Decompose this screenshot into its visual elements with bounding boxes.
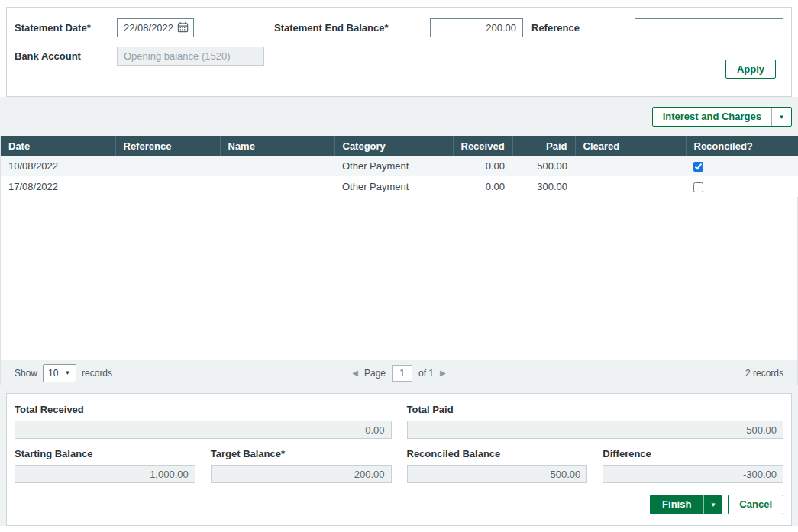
cell-cleared xyxy=(575,176,686,197)
starting-balance-field: Starting Balance xyxy=(15,448,195,483)
statement-end-balance-label: Statement End Balance* xyxy=(274,18,430,37)
cell-category: Other Payment xyxy=(334,176,453,197)
table-row[interactable]: 17/08/2022 Other Payment 0.00 300.00 xyxy=(1,176,798,197)
cell-reconciled xyxy=(686,176,798,197)
col-header-reference[interactable]: Reference xyxy=(115,136,220,156)
starting-balance-label: Starting Balance xyxy=(15,448,195,460)
reference-label: Reference xyxy=(531,18,635,37)
total-paid-field: Total Paid xyxy=(407,404,784,439)
page-of-label: of 1 xyxy=(418,368,434,379)
records-count: 2 records xyxy=(446,368,783,379)
bank-account-label: Bank Account xyxy=(15,47,117,66)
statement-end-balance-input[interactable] xyxy=(430,18,523,37)
pagination: ◀ Page of 1 ▶ xyxy=(352,365,445,382)
table-row[interactable]: 10/08/2022 Other Payment 0.00 500.00 xyxy=(1,156,798,176)
table-header-row: Date Reference Name Category Received Pa… xyxy=(1,136,798,156)
cell-paid: 300.00 xyxy=(512,176,575,197)
statement-form-panel: Statement Date* 22/08/2022 Statement End… xyxy=(6,7,792,97)
total-paid-label: Total Paid xyxy=(407,404,784,416)
statement-date-field[interactable]: 22/08/2022 xyxy=(117,18,194,37)
totals-panel: Total Received Total Paid Starting Balan… xyxy=(6,393,792,526)
col-header-reconciled[interactable]: Reconciled? xyxy=(686,136,798,156)
total-received-field: Total Received xyxy=(15,404,392,439)
col-header-cleared[interactable]: Cleared xyxy=(575,136,686,156)
col-header-name[interactable]: Name xyxy=(220,136,334,156)
finish-button[interactable]: Finish ▼ xyxy=(650,495,722,514)
page-size-control: Show 10 ▼ records xyxy=(15,364,352,382)
statement-date-label: Statement Date* xyxy=(15,18,117,37)
page-label: Page xyxy=(364,368,386,379)
interest-and-charges-label[interactable]: Interest and Charges xyxy=(653,108,771,126)
target-balance-field: Target Balance* xyxy=(211,448,392,483)
cell-reference xyxy=(115,156,220,176)
difference-label: Difference xyxy=(603,448,783,460)
statement-form-row-1: Statement Date* 22/08/2022 Statement End… xyxy=(15,18,783,37)
page-size-select[interactable]: 10 ▼ xyxy=(43,364,76,382)
target-balance-label: Target Balance* xyxy=(211,448,392,460)
show-label: Show xyxy=(15,368,37,379)
cell-reference xyxy=(115,176,220,197)
interest-and-charges-button[interactable]: Interest and Charges ▼ xyxy=(652,107,792,127)
reconciled-balance-input xyxy=(407,465,588,483)
col-header-paid[interactable]: Paid xyxy=(512,136,575,156)
page-number-input[interactable] xyxy=(392,365,412,382)
target-balance-input xyxy=(211,465,392,483)
cell-name xyxy=(220,156,334,176)
cell-cleared xyxy=(575,156,686,176)
apply-button[interactable]: Apply xyxy=(725,60,776,79)
chevron-down-icon[interactable]: ▼ xyxy=(703,495,722,514)
actions-row: Finish ▼ Cancel xyxy=(15,495,783,514)
records-label: records xyxy=(82,368,112,379)
chevron-down-icon: ▼ xyxy=(64,369,70,376)
next-page-icon[interactable]: ▶ xyxy=(440,369,446,377)
table-toolbar: Interest and Charges ▼ xyxy=(0,97,798,136)
col-header-received[interactable]: Received xyxy=(453,136,512,156)
statement-date-value: 22/08/2022 xyxy=(124,22,173,34)
prev-page-icon[interactable]: ◀ xyxy=(352,369,358,377)
transactions-grid: Date Reference Name Category Received Pa… xyxy=(0,136,798,385)
cell-date: 17/08/2022 xyxy=(1,176,115,197)
statement-form-row-2: Bank Account xyxy=(15,47,783,66)
cell-name xyxy=(220,176,334,197)
page-size-value: 10 xyxy=(48,368,58,379)
difference-field: Difference xyxy=(603,448,783,483)
cell-date: 10/08/2022 xyxy=(1,156,115,176)
col-header-date[interactable]: Date xyxy=(1,136,115,156)
col-header-category[interactable]: Category xyxy=(334,136,453,156)
reconciled-balance-label: Reconciled Balance xyxy=(407,448,588,460)
grid-footer: Show 10 ▼ records ◀ Page of 1 ▶ 2 record… xyxy=(1,360,797,385)
transactions-table: Date Reference Name Category Received Pa… xyxy=(1,136,798,197)
reconciled-checkbox[interactable] xyxy=(693,182,703,192)
cancel-button[interactable]: Cancel xyxy=(728,495,783,514)
total-received-input xyxy=(15,421,392,439)
total-received-label: Total Received xyxy=(15,404,392,416)
reconciled-checkbox[interactable] xyxy=(693,162,703,172)
totals-row-2: Starting Balance Target Balance* Reconci… xyxy=(15,448,783,483)
difference-input xyxy=(603,465,783,483)
calendar-icon[interactable] xyxy=(177,21,189,35)
cell-paid: 500.00 xyxy=(512,156,575,176)
reference-input[interactable] xyxy=(635,18,783,37)
total-paid-input xyxy=(407,421,784,439)
grid-empty-area xyxy=(1,197,797,360)
cell-received: 0.00 xyxy=(453,156,512,176)
chevron-down-icon[interactable]: ▼ xyxy=(771,108,791,126)
finish-label[interactable]: Finish xyxy=(650,495,703,514)
totals-row-1: Total Received Total Paid xyxy=(15,404,783,439)
cell-category: Other Payment xyxy=(334,156,453,176)
cell-received: 0.00 xyxy=(453,176,512,197)
lower-region: Interest and Charges ▼ Date Reference Na… xyxy=(0,97,798,526)
reconciled-balance-field: Reconciled Balance xyxy=(407,448,588,483)
bank-account-input xyxy=(117,47,264,66)
cell-reconciled xyxy=(686,156,798,176)
starting-balance-input xyxy=(15,465,195,483)
